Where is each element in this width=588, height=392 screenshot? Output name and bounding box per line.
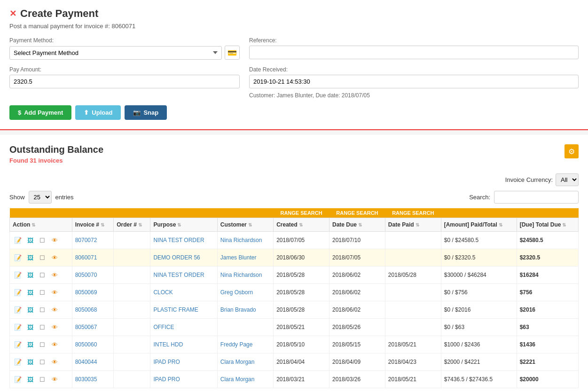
eye-icon[interactable]: 👁 xyxy=(49,374,60,384)
checkbox-icon[interactable]: ☐ xyxy=(37,374,47,384)
action-cell: 📝 🖼 ☐ 👁 xyxy=(10,371,72,388)
customer-cell: Nina Richardson xyxy=(217,232,273,249)
checkbox-icon[interactable]: ☐ xyxy=(37,305,47,315)
table-row: 📝 🖼 ☐ 👁 8050068 PLASTIC FRAME Brian Brav… xyxy=(10,301,579,319)
purpose-link[interactable]: NINA TEST ORDER xyxy=(153,272,204,278)
checkbox-icon[interactable]: ☐ xyxy=(37,339,47,350)
purpose-link[interactable]: CLOCK xyxy=(153,289,172,296)
edit-icon[interactable]: 📝 xyxy=(13,305,23,315)
edit-icon[interactable]: 📝 xyxy=(13,339,23,350)
image-icon[interactable]: 🖼 xyxy=(25,252,35,263)
customer-link[interactable]: Nina Richardson xyxy=(220,237,262,243)
invoice-link[interactable]: 8070072 xyxy=(75,237,97,243)
search-input[interactable] xyxy=(494,191,579,204)
purpose-link[interactable]: OFFICE xyxy=(153,324,174,330)
customer-link[interactable]: Freddy Page xyxy=(220,341,253,348)
invoice-link[interactable]: 8050067 xyxy=(75,324,97,330)
eye-icon[interactable]: 👁 xyxy=(49,287,60,298)
checkbox-icon[interactable]: ☐ xyxy=(37,270,47,280)
upload-button[interactable]: ⬆ Upload xyxy=(75,105,121,120)
payment-method-select[interactable]: Select Payment Method xyxy=(9,46,222,60)
eye-icon[interactable]: 👁 xyxy=(49,305,60,315)
show-entries-select[interactable]: 25 xyxy=(29,191,52,204)
invoice-link[interactable]: 8050070 xyxy=(75,272,97,278)
create-payment-section: ✕ Create Payment Post a manual payment f… xyxy=(0,0,588,130)
customer-link[interactable]: James Blunter xyxy=(220,254,257,261)
created-cell: 2018/05/28 xyxy=(274,301,329,319)
edit-icon[interactable]: 📝 xyxy=(13,287,23,298)
currency-control: Invoice Currency: All xyxy=(9,173,579,186)
settings-button[interactable]: ⚙ xyxy=(564,144,579,158)
customer-link[interactable]: Greg Osborn xyxy=(220,289,253,296)
purpose-link[interactable]: INTEL HDD xyxy=(153,341,183,348)
range-search-row: RANGE SEARCH RANGE SEARCH RANGE SEARCH xyxy=(10,208,579,218)
invoice-link[interactable]: 8050069 xyxy=(75,289,97,296)
created-cell: 2018/03/21 xyxy=(274,371,329,388)
purpose-link[interactable]: DEMO ORDER 56 xyxy=(153,254,200,261)
invoice-link[interactable]: 8050068 xyxy=(75,306,97,313)
invoice-cell: 8040044 xyxy=(72,353,113,371)
col-invoice: Invoice #⇅ xyxy=(72,218,113,232)
purpose-cell: CLOCK xyxy=(150,284,217,301)
checkbox-icon[interactable]: ☐ xyxy=(37,235,47,245)
close-icon[interactable]: ✕ xyxy=(9,8,16,19)
pay-amount-input[interactable] xyxy=(9,75,240,88)
eye-icon[interactable]: 👁 xyxy=(49,252,60,263)
date-due-cell: 2018/03/26 xyxy=(329,371,385,388)
eye-icon[interactable]: 👁 xyxy=(49,339,60,350)
edit-icon[interactable]: 📝 xyxy=(13,322,23,332)
image-icon[interactable]: 🖼 xyxy=(25,287,35,298)
image-icon[interactable]: 🖼 xyxy=(25,235,35,245)
edit-icon[interactable]: 📝 xyxy=(13,235,23,245)
invoice-link[interactable]: 8040044 xyxy=(75,359,97,365)
date-due-cell: 2018/05/15 xyxy=(329,336,385,353)
customer-link[interactable]: Clara Morgan xyxy=(220,359,255,365)
invoice-link[interactable]: 8030035 xyxy=(75,376,97,383)
purpose-link[interactable]: IPAD PRO xyxy=(153,376,180,383)
add-payment-button[interactable]: $ Add Payment xyxy=(9,105,71,120)
edit-icon[interactable]: 📝 xyxy=(13,252,23,263)
order-cell xyxy=(114,232,150,249)
invoice-link[interactable]: 8060071 xyxy=(75,254,97,261)
customer-link[interactable]: Clara Morgan xyxy=(220,376,255,383)
cc-icon-button[interactable]: 💳 xyxy=(225,46,240,60)
invoice-cell: 8060071 xyxy=(72,249,113,267)
edit-icon[interactable]: 📝 xyxy=(13,357,23,367)
image-icon[interactable]: 🖼 xyxy=(25,322,35,332)
table-row: 📝 🖼 ☐ 👁 8060071 DEMO ORDER 56 James Blun… xyxy=(10,249,579,267)
col-customer: Customer⇅ xyxy=(217,218,273,232)
eye-icon[interactable]: 👁 xyxy=(49,235,60,245)
action-cell: 📝 🖼 ☐ 👁 xyxy=(10,301,72,319)
invoice-cell: 8050060 xyxy=(72,336,113,353)
date-received-input[interactable] xyxy=(249,75,579,88)
date-paid-cell: 2018/05/21 xyxy=(385,371,441,388)
checkbox-icon[interactable]: ☐ xyxy=(37,252,47,263)
edit-icon[interactable]: 📝 xyxy=(13,270,23,280)
purpose-link[interactable]: NINA TEST ORDER xyxy=(153,237,204,243)
checkbox-icon[interactable]: ☐ xyxy=(37,287,47,298)
credit-card-icon: 💳 xyxy=(227,48,237,57)
customer-cell: Freddy Page xyxy=(217,336,273,353)
image-icon[interactable]: 🖼 xyxy=(25,357,35,367)
created-cell: 2018/07/05 xyxy=(274,232,329,249)
image-icon[interactable]: 🖼 xyxy=(25,270,35,280)
image-icon[interactable]: 🖼 xyxy=(25,374,35,384)
customer-link[interactable]: Brian Bravado xyxy=(220,306,256,313)
eye-icon[interactable]: 👁 xyxy=(49,322,60,332)
eye-icon[interactable]: 👁 xyxy=(49,270,60,280)
purpose-link[interactable]: IPAD PRO xyxy=(153,359,180,365)
image-icon[interactable]: 🖼 xyxy=(25,339,35,350)
checkbox-icon[interactable]: ☐ xyxy=(37,322,47,332)
purpose-link[interactable]: PLASTIC FRAME xyxy=(153,306,198,313)
edit-icon[interactable]: 📝 xyxy=(13,374,23,384)
customer-link[interactable]: Nina Richardson xyxy=(220,272,262,278)
reference-input[interactable] xyxy=(249,46,579,59)
invoice-currency-select[interactable]: All xyxy=(556,173,579,186)
invoice-link[interactable]: 8050060 xyxy=(75,341,97,348)
snap-button[interactable]: 📷 Snap xyxy=(125,105,167,120)
due-total-cell: $24580.5 xyxy=(517,232,578,249)
checkbox-icon[interactable]: ☐ xyxy=(37,357,47,367)
order-cell xyxy=(114,284,150,301)
image-icon[interactable]: 🖼 xyxy=(25,305,35,315)
eye-icon[interactable]: 👁 xyxy=(49,357,60,367)
